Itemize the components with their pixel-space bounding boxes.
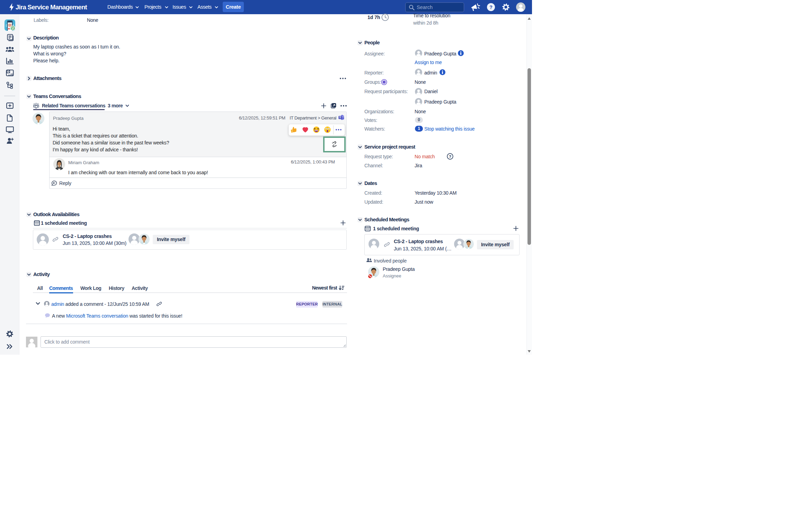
svg-text:?: ?: [489, 5, 493, 10]
svg-text:?: ?: [449, 154, 451, 159]
